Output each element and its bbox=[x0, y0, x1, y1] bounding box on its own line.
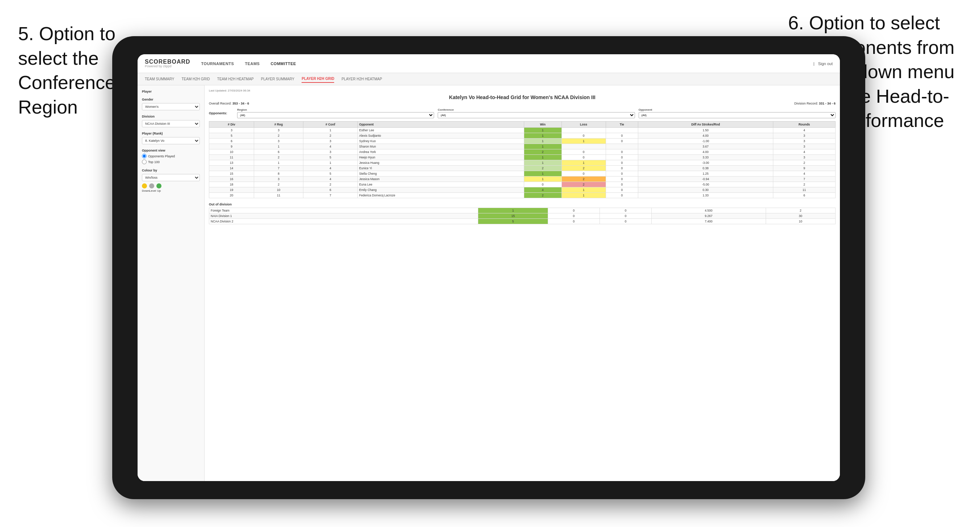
nav-teams[interactable]: TEAMS bbox=[245, 62, 259, 66]
cell-win: 1 bbox=[524, 160, 562, 166]
sub-nav-team-h2h-heatmap[interactable]: TEAM H2H HEATMAP bbox=[217, 76, 254, 83]
cell-rounds: 3 bbox=[773, 138, 835, 144]
nav-tournaments[interactable]: TOURNAMENTS bbox=[201, 62, 234, 66]
filter-region-select[interactable]: (All) bbox=[237, 112, 434, 118]
sub-nav-team-summary[interactable]: TEAM SUMMARY bbox=[145, 76, 175, 83]
filter-section: Opponents: Region (All) Conference bbox=[209, 108, 835, 118]
ood-tie: 0 bbox=[600, 208, 651, 213]
nav-items: TOURNAMENTS TEAMS COMMITTEE bbox=[201, 62, 803, 66]
cell-diff: 3.33 bbox=[638, 155, 773, 160]
th-diff: Diff Av Strokes/Rnd bbox=[638, 122, 773, 128]
dot-labels: Down Level Up bbox=[142, 189, 200, 192]
dot-label-down: Down bbox=[142, 189, 147, 192]
sidebar-colour-select[interactable]: Win/loss bbox=[142, 174, 200, 181]
cell-div: 11 bbox=[209, 155, 254, 160]
cell-diff: 3.67 bbox=[638, 144, 773, 149]
filter-col-opponent: Opponent (All) bbox=[639, 108, 835, 118]
cell-reg: 1 bbox=[254, 160, 303, 166]
ood-tie: 0 bbox=[600, 219, 651, 224]
table-row: 3 3 1 Esther Lee 1 1.50 4 bbox=[209, 128, 835, 133]
cell-diff: -0.94 bbox=[638, 176, 773, 182]
sub-nav-player-h2h-heatmap[interactable]: PLAYER H2H HEATMAP bbox=[341, 76, 382, 83]
tablet-screen: SCOREBOARD Powered by clippd TOURNAMENTS… bbox=[138, 54, 840, 481]
cell-tie: 0 bbox=[606, 155, 638, 160]
cell-diff: -3.00 bbox=[638, 160, 773, 166]
cell-loss bbox=[562, 144, 606, 149]
cell-tie: 0 bbox=[606, 149, 638, 155]
filter-conference-select[interactable]: (All) bbox=[438, 112, 635, 118]
ood-name: NCAA Division 2 bbox=[209, 219, 478, 224]
cell-tie: 0 bbox=[606, 160, 638, 166]
sidebar-radio-opponents-played-input[interactable] bbox=[142, 154, 146, 159]
cell-conf: 1 bbox=[303, 160, 358, 166]
sign-out-link[interactable]: Sign out bbox=[818, 62, 833, 66]
dot-gray bbox=[149, 183, 154, 189]
cell-diff: 0.30 bbox=[638, 187, 773, 193]
nav-committee[interactable]: COMMITTEE bbox=[270, 62, 296, 66]
cell-conf: 5 bbox=[303, 171, 358, 176]
cell-opponent: Jessica Huang bbox=[358, 160, 524, 166]
cell-diff: 1.33 bbox=[638, 193, 773, 198]
table-row: 15 8 5 Stella Cheng 1 0 0 1.25 4 bbox=[209, 171, 835, 176]
cell-win: 2 bbox=[524, 166, 562, 171]
ood-name: Foreign Team bbox=[209, 208, 478, 213]
cell-tie: 0 bbox=[606, 166, 638, 171]
cell-div: 10 bbox=[209, 149, 254, 155]
table-row: 6 3 3 Sydney Kuo 1 1 0 -1.00 3 bbox=[209, 138, 835, 144]
cell-opponent: Stella Cheng bbox=[358, 171, 524, 176]
dot-label-up: Up bbox=[156, 189, 161, 192]
cell-diff: 0.38 bbox=[638, 166, 773, 171]
sidebar-player-rank-select[interactable]: 8. Katelyn Vo bbox=[142, 137, 200, 144]
filter-opponent-select[interactable]: (All) bbox=[639, 112, 835, 118]
dot-yellow bbox=[142, 183, 147, 189]
cell-win: 1 bbox=[524, 171, 562, 176]
cell-rounds: 11 bbox=[773, 187, 835, 193]
cell-loss: 2 bbox=[562, 176, 606, 182]
cell-reg: 2 bbox=[254, 133, 303, 138]
sidebar-player-rank-section: Player (Rank) 8. Katelyn Vo bbox=[142, 132, 200, 144]
cell-tie: 0 bbox=[606, 182, 638, 187]
cell-reg: 7 bbox=[254, 166, 303, 171]
sub-nav-team-h2h-grid[interactable]: TEAM H2H GRID bbox=[182, 76, 210, 83]
cell-diff: 4.00 bbox=[638, 149, 773, 155]
cell-tie bbox=[606, 144, 638, 149]
table-row: 14 7 4 Eunice Yi 2 2 0 0.38 9 bbox=[209, 166, 835, 171]
table-row: 9 1 4 Sharon Mun 1 3.67 3 bbox=[209, 144, 835, 149]
cell-win: 4 bbox=[524, 187, 562, 193]
ood-win: 1 bbox=[478, 208, 548, 213]
sub-nav-player-summary[interactable]: PLAYER SUMMARY bbox=[261, 76, 294, 83]
dot-label-level: Level bbox=[149, 189, 154, 192]
cell-loss: 0 bbox=[562, 171, 606, 176]
out-of-division-table: Foreign Team 1 0 0 4.500 2 NAIA Division… bbox=[209, 208, 835, 224]
cell-reg: 2 bbox=[254, 155, 303, 160]
cell-rounds: 2 bbox=[773, 182, 835, 187]
cell-reg: 6 bbox=[254, 149, 303, 155]
sidebar-gender-select[interactable]: Women's bbox=[142, 103, 200, 110]
cell-opponent: Andrea York bbox=[358, 149, 524, 155]
cell-div: 13 bbox=[209, 160, 254, 166]
cell-conf: 6 bbox=[303, 187, 358, 193]
data-table: # Div # Reg # Conf Opponent Win Loss Tie… bbox=[209, 121, 835, 198]
table-row: 5 2 2 Alexis Sudjianto 1 0 0 4.00 3 bbox=[209, 133, 835, 138]
cell-conf: 3 bbox=[303, 138, 358, 144]
overall-record: Overall Record: 353 - 34 - 6 bbox=[209, 102, 249, 105]
cell-opponent: Heejo Hyun bbox=[358, 155, 524, 160]
sidebar-radio-opponents-played[interactable]: Opponents Played bbox=[142, 154, 200, 159]
cell-rounds: 3 bbox=[773, 155, 835, 160]
cell-div: 14 bbox=[209, 166, 254, 171]
out-of-division-row: NAIA Division 1 15 0 0 9.267 30 bbox=[209, 213, 835, 219]
table-row: 20 11 7 Federica Domecq Lacroze 2 1 0 1.… bbox=[209, 193, 835, 198]
sidebar-radio-top100-input[interactable] bbox=[142, 160, 146, 164]
cell-tie: 0 bbox=[606, 176, 638, 182]
cell-rounds: 3 bbox=[773, 144, 835, 149]
sidebar-radio-group: Opponents Played Top 100 bbox=[142, 154, 200, 164]
cell-rounds: 4 bbox=[773, 171, 835, 176]
sidebar-radio-top100[interactable]: Top 100 bbox=[142, 160, 200, 164]
sidebar-radio-top100-label: Top 100 bbox=[148, 160, 160, 164]
sidebar-division-select[interactable]: NCAA Division III bbox=[142, 120, 200, 127]
sub-nav-player-h2h-grid[interactable]: PLAYER H2H GRID bbox=[302, 75, 334, 83]
cell-win: 1 bbox=[524, 176, 562, 182]
cell-loss: 1 bbox=[562, 187, 606, 193]
cell-opponent: Eunice Yi bbox=[358, 166, 524, 171]
cell-div: 9 bbox=[209, 144, 254, 149]
